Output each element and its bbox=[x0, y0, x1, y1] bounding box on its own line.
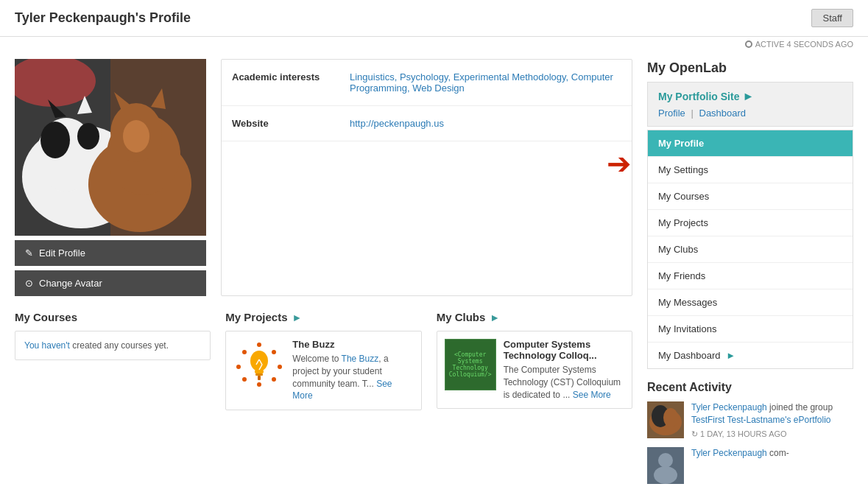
arrow-area: ➔ bbox=[222, 141, 632, 186]
page-header: Tyler Peckenpaugh's Profile Staff bbox=[0, 0, 868, 37]
activity-user-link-1[interactable]: Tyler Peckenpaugh bbox=[691, 402, 767, 412]
edit-profile-button[interactable]: ✎ Edit Profile bbox=[15, 240, 206, 266]
sidebar-item-my-clubs[interactable]: My Clubs bbox=[648, 236, 853, 263]
svg-rect-26 bbox=[255, 370, 264, 373]
svg-rect-31 bbox=[258, 376, 261, 380]
sidebar-item-my-profile[interactable]: My Profile bbox=[648, 130, 853, 157]
refresh-icon: ↻ bbox=[691, 429, 698, 440]
my-clubs-arrow-icon[interactable]: ► bbox=[490, 312, 500, 323]
my-courses-empty: You haven't created any courses yet. bbox=[15, 331, 211, 360]
sidebar-item-my-invitations[interactable]: My Invitations bbox=[648, 316, 853, 343]
buzz-card-content: The Buzz Welcome to The Buzz, a project … bbox=[292, 339, 413, 402]
bottom-sections: My Courses You haven't created any cours… bbox=[15, 311, 632, 410]
profile-info: Academic interests Linguistics, Psycholo… bbox=[221, 59, 632, 296]
profile-buttons: ✎ Edit Profile ⊙ Change Avatar bbox=[15, 236, 206, 296]
academic-interests-label: Academic interests bbox=[232, 71, 335, 82]
recent-activity-title: Recent Activity bbox=[647, 381, 853, 394]
svg-point-5 bbox=[40, 122, 70, 158]
svg-point-37 bbox=[658, 453, 673, 468]
sidebar-item-my-friends[interactable]: My Friends bbox=[648, 263, 853, 289]
active-dot-icon bbox=[745, 41, 752, 48]
sidebar-item-my-dashboard[interactable]: My Dashboard ► bbox=[648, 343, 853, 368]
my-projects-title: My Projects ► bbox=[225, 311, 421, 323]
profile-image bbox=[15, 59, 206, 236]
dashboard-link[interactable]: Dashboard bbox=[699, 108, 747, 119]
club-card-cst: <ComputerSystemsTechnologyColloquium/> C… bbox=[437, 331, 632, 409]
content-area: ✎ Edit Profile ⊙ Change Avatar Academic … bbox=[15, 52, 632, 495]
svg-rect-27 bbox=[255, 373, 263, 376]
svg-point-19 bbox=[278, 365, 282, 369]
buzz-link[interactable]: The Buzz bbox=[342, 354, 379, 364]
my-courses-title: My Courses bbox=[15, 311, 211, 323]
my-courses-section: My Courses You haven't created any cours… bbox=[15, 311, 211, 410]
svg-point-12 bbox=[123, 120, 149, 152]
red-arrow-icon: ➔ bbox=[607, 149, 632, 178]
activity-item-2: Tyler Peckenpaugh com- bbox=[647, 447, 853, 484]
sidebar-item-my-settings[interactable]: My Settings bbox=[648, 157, 853, 183]
svg-point-6 bbox=[77, 123, 99, 150]
activity-text-2: Tyler Peckenpaugh com- bbox=[691, 447, 789, 460]
activity-thumb-svg-2 bbox=[647, 447, 684, 484]
activity-item-1: Tyler Peckenpaugh joined the group TestF… bbox=[647, 401, 853, 440]
profile-left: ✎ Edit Profile ⊙ Change Avatar bbox=[15, 59, 206, 296]
svg-point-17 bbox=[257, 343, 261, 347]
cst-icon: <ComputerSystemsTechnologyColloquium/> bbox=[445, 339, 496, 390]
dashboard-arrow-icon: ► bbox=[726, 350, 735, 361]
right-sidebar: My OpenLab My Portfolio Site ► Profile |… bbox=[647, 52, 853, 495]
active-status-text: ACTIVE 4 SECONDS AGO bbox=[755, 40, 853, 49]
staff-badge[interactable]: Staff bbox=[811, 9, 853, 27]
activity-text-1: Tyler Peckenpaugh joined the group TestF… bbox=[691, 401, 853, 440]
profile-section: ✎ Edit Profile ⊙ Change Avatar Academic … bbox=[15, 59, 632, 296]
camera-icon: ⊙ bbox=[25, 278, 33, 289]
cats-image-svg bbox=[15, 59, 206, 236]
pipe-separator: | bbox=[691, 108, 693, 119]
svg-point-20 bbox=[272, 377, 276, 382]
website-label: Website bbox=[232, 118, 335, 129]
portfolio-site-link[interactable]: My Portfolio Site ► bbox=[658, 90, 842, 103]
svg-point-21 bbox=[257, 382, 261, 387]
project-card-buzz: The Buzz Welcome to The Buzz, a project … bbox=[225, 331, 421, 410]
buzz-card-image bbox=[233, 339, 285, 390]
svg-point-18 bbox=[272, 350, 276, 354]
buzz-icon-svg bbox=[233, 339, 285, 390]
my-projects-arrow-icon[interactable]: ► bbox=[292, 312, 303, 323]
change-avatar-button[interactable]: ⊙ Change Avatar bbox=[15, 270, 206, 296]
svg-point-35 bbox=[663, 408, 678, 427]
main-layout: ✎ Edit Profile ⊙ Change Avatar Academic … bbox=[0, 52, 868, 495]
svg-point-22 bbox=[242, 377, 247, 382]
buzz-card-desc: Welcome to The Buzz, a project by your s… bbox=[292, 353, 413, 402]
sidebar-item-my-messages[interactable]: My Messages bbox=[648, 289, 853, 316]
sidebar-openlab-title: My OpenLab bbox=[647, 52, 853, 82]
academic-interests-row: Academic interests Linguistics, Psycholo… bbox=[222, 60, 632, 106]
profile-link[interactable]: Profile bbox=[658, 108, 685, 119]
my-projects-section: My Projects ► bbox=[225, 311, 421, 410]
buzz-see-more[interactable]: See More bbox=[292, 379, 392, 401]
website-value: http://peckenpaugh.us bbox=[350, 118, 444, 129]
pencil-icon: ✎ bbox=[25, 248, 33, 259]
my-clubs-section: My Clubs ► <ComputerSystemsTechnologyCol… bbox=[437, 311, 632, 410]
profile-dashboard-links: Profile | Dashboard bbox=[658, 108, 842, 119]
cst-card-image: <ComputerSystemsTechnologyColloquium/> bbox=[445, 339, 496, 390]
my-clubs-title: My Clubs ► bbox=[437, 311, 632, 323]
academic-interests-value: Linguistics, Psychology, Experimental Me… bbox=[350, 71, 621, 94]
activity-thumb-2 bbox=[647, 447, 684, 484]
activity-group-link-1[interactable]: TestFirst Test-Lastname's ePortfolio bbox=[691, 415, 830, 425]
svg-point-24 bbox=[242, 350, 247, 354]
svg-point-25 bbox=[250, 351, 268, 371]
sidebar-item-my-courses[interactable]: My Courses bbox=[648, 183, 853, 210]
activity-thumb-1 bbox=[647, 401, 684, 438]
buzz-card-title: The Buzz bbox=[292, 339, 413, 350]
page-title: Tyler Peckenpaugh's Profile bbox=[15, 10, 191, 26]
sidebar-item-my-projects[interactable]: My Projects bbox=[648, 210, 853, 236]
sidebar-nav: My Profile My Settings My Courses My Pro… bbox=[647, 130, 853, 369]
external-link-icon: ► bbox=[742, 90, 754, 103]
activity-user-link-2[interactable]: Tyler Peckenpaugh bbox=[691, 448, 767, 458]
cst-card-content: Computer Systems Technology Colloq... Th… bbox=[504, 339, 624, 401]
website-link[interactable]: http://peckenpaugh.us bbox=[350, 118, 444, 129]
website-row: Website http://peckenpaugh.us bbox=[222, 106, 632, 141]
cst-see-more[interactable]: See More bbox=[573, 390, 611, 400]
active-status: ACTIVE 4 SECONDS AGO bbox=[0, 37, 868, 52]
cst-card-title: Computer Systems Technology Colloq... bbox=[504, 339, 624, 361]
activity-time-1: ↻ 1 DAY, 13 HOURS AGO bbox=[691, 429, 853, 440]
svg-point-23 bbox=[236, 365, 241, 369]
